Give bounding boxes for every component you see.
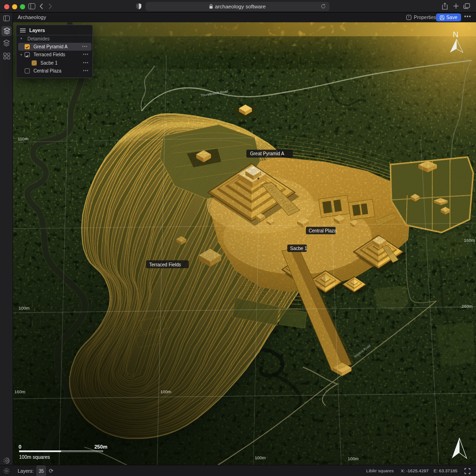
- svg-text:N: N: [453, 30, 458, 39]
- svg-text:Great Pyramid A: Great Pyramid A: [250, 151, 284, 156]
- svg-text:0: 0: [19, 444, 21, 450]
- svg-text:100m: 100m: [348, 456, 359, 461]
- svg-text:110m: 110m: [18, 136, 28, 141]
- svg-text:100m: 100m: [160, 389, 172, 394]
- svg-text:100m squares: 100m squares: [19, 454, 50, 460]
- svg-text:160m: 160m: [464, 238, 475, 243]
- svg-text:100m: 100m: [19, 305, 30, 311]
- svg-text:Central Plaza: Central Plaza: [309, 228, 337, 233]
- svg-text:260m: 260m: [462, 304, 473, 309]
- svg-text:Terraced Fields: Terraced Fields: [149, 262, 181, 267]
- svg-text:160m: 160m: [14, 389, 26, 394]
- svg-text:Sacbe 1: Sacbe 1: [290, 246, 307, 251]
- svg-text:250m: 250m: [94, 444, 107, 450]
- svg-text:100m: 100m: [255, 455, 266, 460]
